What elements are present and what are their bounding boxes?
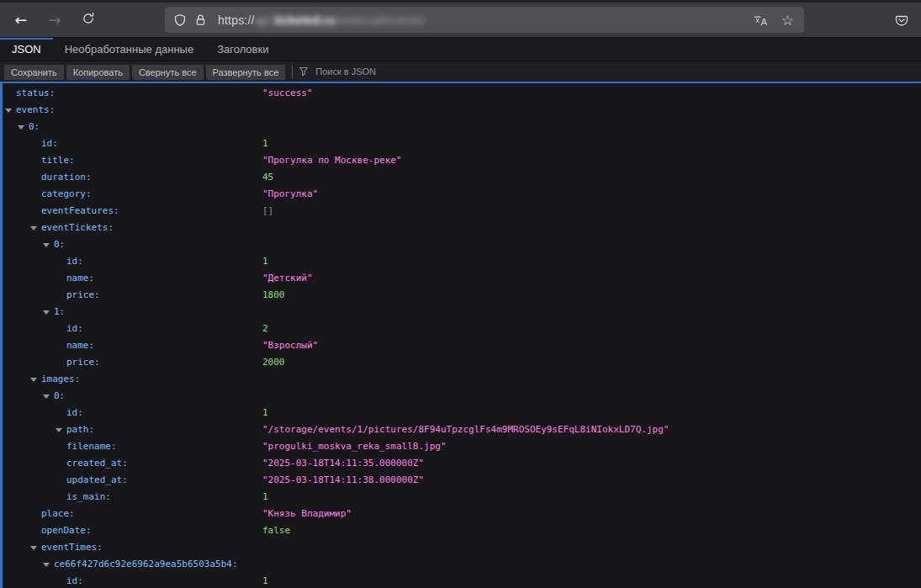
browser-window: ← → https://api.ticketed.r xyxy=(0,0,921,588)
json-value: 2 xyxy=(262,320,268,337)
json-key: eventFeatures: xyxy=(41,203,119,220)
bookmark-star-icon[interactable]: ☆ xyxy=(781,12,794,29)
json-key: id: xyxy=(66,320,83,337)
json-row[interactable]: eventTimes: xyxy=(3,539,921,556)
json-value: 45 xyxy=(262,169,273,186)
json-key: price: xyxy=(66,287,100,304)
url-bar[interactable]: https://api.ticketed.ru/external/events/… xyxy=(165,7,804,33)
json-row[interactable]: place: "Князь Владимир" xyxy=(3,506,921,522)
pocket-button[interactable] xyxy=(894,13,909,28)
json-key: title: xyxy=(41,152,75,169)
json-key: created_at: xyxy=(66,455,128,472)
json-row[interactable]: 0: xyxy=(3,388,921,405)
expand-arrow-icon[interactable] xyxy=(18,125,24,130)
expand-arrow-icon[interactable] xyxy=(30,226,37,230)
json-row[interactable]: name: "Взрослый" xyxy=(3,337,921,354)
json-key: name: xyxy=(66,270,94,287)
json-value: "2025-03-18T14:11:38.000000Z" xyxy=(262,472,424,489)
json-value: "Прогулка" xyxy=(262,186,318,203)
json-row[interactable]: images: xyxy=(3,371,921,388)
filter-funnel-icon xyxy=(299,66,309,77)
url-domain: ticketed.ru xyxy=(274,13,336,27)
json-value: 1 xyxy=(262,253,268,270)
expand-arrow-icon[interactable] xyxy=(43,563,50,567)
json-row[interactable]: id: 1 xyxy=(3,573,921,588)
json-row[interactable]: 0: xyxy=(3,119,921,135)
json-row[interactable]: title: "Прогулка по Москве-реке" xyxy=(3,152,921,169)
json-value: "Прогулка по Москве-реке" xyxy=(262,152,402,169)
save-button[interactable]: Сохранить xyxy=(4,65,64,80)
translate-icon[interactable]: x A xyxy=(753,13,770,27)
json-value: 1 xyxy=(262,489,268,506)
json-key: id: xyxy=(66,253,83,270)
json-row[interactable]: price: 1800 xyxy=(3,287,921,304)
json-row[interactable]: id: 1 xyxy=(3,135,921,152)
json-key: openDate: xyxy=(41,522,92,539)
json-search-input[interactable] xyxy=(314,66,499,77)
json-row[interactable]: eventFeatures: [] xyxy=(3,203,921,220)
json-row[interactable]: id: 1 xyxy=(3,405,921,421)
expand-arrow-icon[interactable] xyxy=(30,546,37,550)
json-value: 1800 xyxy=(262,287,285,304)
json-search xyxy=(299,66,499,77)
json-key: id: xyxy=(66,405,83,421)
json-key: filename: xyxy=(66,438,117,455)
json-row[interactable]: created_at: "2025-03-18T14:11:35.000000Z… xyxy=(3,455,921,472)
tab-headers[interactable]: Заголовки xyxy=(205,38,280,61)
json-value: 1 xyxy=(262,135,268,152)
json-value: "/storage/events/1/pictures/8F94uTpzcglF… xyxy=(262,421,669,438)
shield-icon[interactable] xyxy=(173,13,187,27)
json-row[interactable]: category: "Прогулка" xyxy=(3,186,921,203)
copy-button[interactable]: Копировать xyxy=(66,65,130,80)
json-key: 1: xyxy=(54,304,65,320)
url-text: https://api.ticketed.ru/external/events/ xyxy=(218,13,425,27)
json-key: status: xyxy=(16,85,55,102)
expand-all-button[interactable]: Развернуть все xyxy=(206,65,286,80)
json-key: name: xyxy=(66,337,94,354)
json-row[interactable]: events: xyxy=(3,102,921,119)
json-panel: status: "success" events: 0: id: 1 title… xyxy=(0,82,921,588)
url-subdomain: api. xyxy=(255,13,274,27)
json-value: false xyxy=(262,522,290,539)
json-key: path: xyxy=(66,421,94,438)
json-key: eventTimes: xyxy=(41,539,103,556)
json-value: 2000 xyxy=(262,354,285,371)
viewer-toolbar: СохранитьКопироватьСвернуть всеРазвернут… xyxy=(0,61,921,82)
expand-arrow-icon[interactable] xyxy=(43,310,50,315)
json-row[interactable]: openDate: false xyxy=(3,522,921,539)
expand-arrow-icon[interactable] xyxy=(56,428,62,432)
json-value: 1 xyxy=(262,573,268,588)
reload-icon xyxy=(82,12,95,25)
json-row[interactable]: is_main: 1 xyxy=(3,489,921,506)
json-value: "Детский" xyxy=(262,270,313,287)
json-row[interactable]: id: 2 xyxy=(3,320,921,337)
json-row[interactable]: 1: xyxy=(3,304,921,320)
json-row[interactable]: duration: 45 xyxy=(3,169,921,186)
expand-arrow-icon[interactable] xyxy=(43,395,50,399)
collapse-all-button[interactable]: Свернуть все xyxy=(132,65,204,80)
back-button[interactable]: ← xyxy=(7,7,35,34)
expand-arrow-icon[interactable] xyxy=(30,378,37,382)
json-key: ce66f427d6c92e6962a9ea5b6503a5b4: xyxy=(54,556,238,573)
json-row[interactable]: path: "/storage/events/1/pictures/8F94uT… xyxy=(3,421,921,438)
json-row[interactable]: status: "success" xyxy=(3,85,921,102)
json-row[interactable]: name: "Детский" xyxy=(3,270,921,287)
json-row[interactable]: updated_at: "2025-03-18T14:11:38.000000Z… xyxy=(3,472,921,489)
tab-json[interactable]: JSON xyxy=(0,38,53,61)
lock-icon[interactable] xyxy=(194,13,207,27)
json-row[interactable]: filename: "progulki_moskva_reka_small8.j… xyxy=(3,438,921,455)
json-row[interactable]: eventTickets: xyxy=(3,220,921,236)
json-row[interactable]: ce66f427d6c92e6962a9ea5b6503a5b4: xyxy=(3,556,921,573)
json-row[interactable]: 0: xyxy=(3,236,921,253)
json-key: is_main: xyxy=(66,489,111,506)
expand-arrow-icon[interactable] xyxy=(43,243,50,247)
forward-button[interactable]: → xyxy=(40,7,69,34)
reload-button[interactable] xyxy=(74,7,103,34)
json-key: id: xyxy=(66,573,83,588)
pocket-icon xyxy=(894,13,909,28)
expand-arrow-icon[interactable] xyxy=(5,109,12,113)
json-row[interactable]: id: 1 xyxy=(3,253,921,270)
tab-raw-data[interactable]: Необработанные данные xyxy=(53,38,205,61)
json-key: updated_at: xyxy=(66,472,128,489)
json-row[interactable]: price: 2000 xyxy=(3,354,921,371)
